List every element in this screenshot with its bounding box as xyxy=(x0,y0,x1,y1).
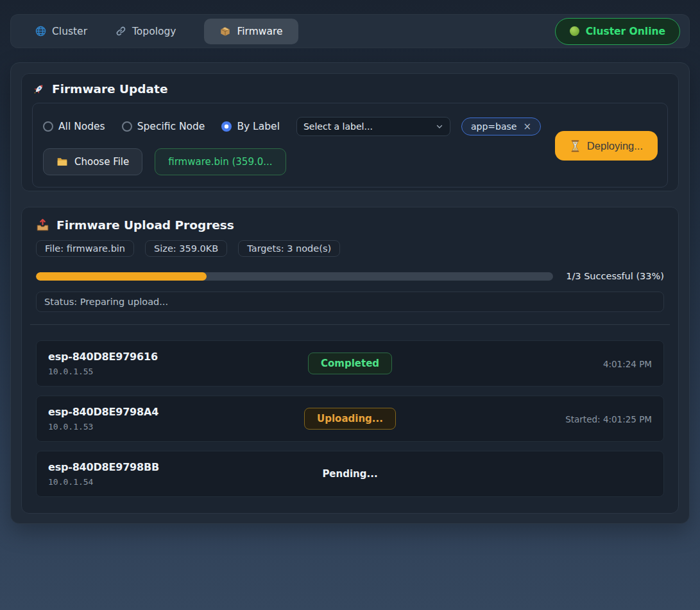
radio-label: By Label xyxy=(237,121,280,132)
deploy-form-panel: All Nodes Specific Node By Label Select … xyxy=(32,103,668,187)
rocket-icon xyxy=(32,83,45,96)
node-status-badge: Uploading... xyxy=(304,408,396,430)
node-row: esp-840D8E9798A4 10.0.1.53 Uploading... … xyxy=(36,396,664,442)
node-status-badge: Completed xyxy=(308,353,392,374)
progress-fill xyxy=(36,272,207,281)
progress-bar xyxy=(36,272,553,281)
node-ip: 10.0.1.55 xyxy=(48,367,308,376)
node-name: esp-840D8E979616 xyxy=(48,351,308,363)
upload-status-box: Status: Preparing upload... xyxy=(36,292,664,312)
deploy-button[interactable]: Deploying... xyxy=(555,131,658,161)
upload-progress-title: Firmware Upload Progress xyxy=(36,218,664,232)
firmware-update-title: Firmware Update xyxy=(32,82,668,96)
label-chip-text: app=base xyxy=(471,121,516,132)
targets-badge: Targets: 3 node(s) xyxy=(238,240,340,257)
upload-tray-icon xyxy=(36,218,49,232)
firmware-update-card: Firmware Update All Nodes Specific Node … xyxy=(21,73,679,191)
green-dot-icon xyxy=(570,26,579,36)
choose-file-button[interactable]: Choose File xyxy=(43,148,142,175)
upload-progress-card: Firmware Upload Progress File: firmware.… xyxy=(21,207,679,514)
radio-by-label[interactable]: By Label xyxy=(221,121,280,132)
package-icon xyxy=(219,26,231,37)
radio-specific-node[interactable]: Specific Node xyxy=(122,121,205,132)
node-time-wrap: Started: 4:01:25 PM xyxy=(396,413,652,425)
node-time: 4:01:24 PM xyxy=(603,359,652,369)
radio-all-nodes[interactable]: All Nodes xyxy=(43,121,105,132)
globe-icon xyxy=(35,26,46,37)
file-name-badge: File: firmware.bin xyxy=(36,240,134,257)
node-status-badge: Pending... xyxy=(322,468,377,480)
node-info: esp-840D8E979616 10.0.1.55 xyxy=(48,351,308,376)
progress-label: 1/3 Successful (33%) xyxy=(566,271,664,281)
radio-all-nodes-input[interactable] xyxy=(43,121,53,132)
radio-label: All Nodes xyxy=(58,121,105,132)
tab-topology[interactable]: Topology xyxy=(115,26,176,37)
cluster-status-badge[interactable]: Cluster Online xyxy=(555,18,680,45)
radio-specific-node-input[interactable] xyxy=(122,121,132,132)
card-title-text: Firmware Update xyxy=(52,82,167,96)
label-chip[interactable]: app=base × xyxy=(461,118,541,135)
progress-row: 1/3 Successful (33%) xyxy=(36,271,664,281)
link-icon xyxy=(115,26,126,37)
card-title-text: Firmware Upload Progress xyxy=(56,218,234,232)
tab-label: Firmware xyxy=(237,26,282,37)
tab-cluster[interactable]: Cluster xyxy=(35,26,87,37)
tab-label: Cluster xyxy=(52,26,87,37)
file-size-badge: Size: 359.0KB xyxy=(145,240,227,257)
node-info: esp-840D8E9798A4 10.0.1.53 xyxy=(48,406,304,431)
nav-tabs: Cluster Topology Firmware xyxy=(35,19,298,44)
choose-file-label: Choose File xyxy=(74,156,129,168)
top-navbar: Cluster Topology Firmware xyxy=(10,14,690,48)
folder-icon xyxy=(56,157,68,167)
radio-by-label-input[interactable] xyxy=(221,121,232,132)
selected-file-label: firmware.bin (359.0... xyxy=(168,156,272,168)
deploy-label: Deploying... xyxy=(587,140,643,152)
selected-file-button[interactable]: firmware.bin (359.0... xyxy=(155,148,286,175)
node-time-wrap: 4:01:24 PM xyxy=(392,358,652,370)
tab-firmware[interactable]: Firmware xyxy=(204,19,298,44)
node-ip: 10.0.1.54 xyxy=(48,477,322,487)
node-name: esp-840D8E9798BB xyxy=(48,461,322,473)
label-select-placeholder: Select a label... xyxy=(303,121,436,132)
node-list: esp-840D8E979616 10.0.1.55 Completed 4:0… xyxy=(36,340,664,497)
section-divider xyxy=(30,324,670,325)
node-time: Started: 4:01:25 PM xyxy=(565,414,652,424)
chevron-down-icon xyxy=(436,123,443,130)
hourglass-icon xyxy=(570,140,581,152)
node-name: esp-840D8E9798A4 xyxy=(48,406,304,418)
node-row: esp-840D8E9798BB 10.0.1.54 Pending... xyxy=(36,451,664,497)
tab-label: Topology xyxy=(132,26,176,37)
upload-meta-badges: File: firmware.bin Size: 359.0KB Targets… xyxy=(36,240,664,257)
node-info: esp-840D8E9798BB 10.0.1.54 xyxy=(48,461,322,487)
node-ip: 10.0.1.53 xyxy=(48,422,304,431)
label-select[interactable]: Select a label... xyxy=(296,117,450,136)
main-container: Firmware Update All Nodes Specific Node … xyxy=(10,62,690,524)
cluster-status-label: Cluster Online xyxy=(586,26,665,37)
radio-label: Specific Node xyxy=(137,121,205,132)
remove-label-icon[interactable]: × xyxy=(523,121,531,132)
node-row: esp-840D8E979616 10.0.1.55 Completed 4:0… xyxy=(36,340,664,387)
